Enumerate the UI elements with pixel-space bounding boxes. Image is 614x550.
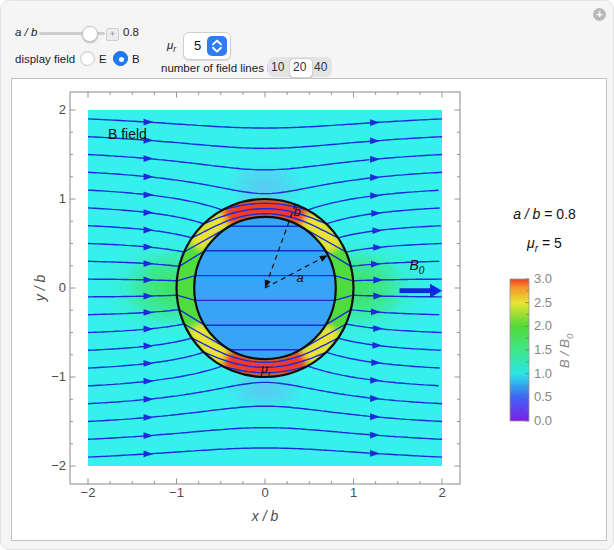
option-20[interactable]: 20 <box>293 60 306 74</box>
radio-b[interactable] <box>113 51 128 66</box>
legend-mur: μr = 5 <box>482 235 607 254</box>
option-40[interactable]: 40 <box>314 60 327 74</box>
field-lines-setter: 10 20 40 <box>268 57 332 77</box>
colorbar-tick: 2.5 <box>534 295 568 310</box>
colorbar-tick: 3.0 <box>534 271 568 286</box>
mur-value: 5 <box>194 38 201 53</box>
x-tick: 1 <box>336 485 372 500</box>
ab-expand-button[interactable]: + <box>106 28 119 41</box>
y-tick: 0 <box>32 280 66 295</box>
legend-ab: a / b = 0.8 <box>482 206 607 222</box>
colorbar-axis-label: B / B0 <box>557 321 575 381</box>
plot-panel: B field B0 b a μr x / b y / b −2 −1 0 1 … <box>11 78 607 541</box>
x-tick: 2 <box>424 485 460 500</box>
plus-icon[interactable]: + <box>593 8 606 21</box>
mu-shell-label: μr <box>254 361 278 379</box>
demonstration-widget: a / b + 0.8 display field E B μr 5 numbe… <box>0 0 614 550</box>
radio-e[interactable] <box>80 51 95 66</box>
y-tick: −2 <box>32 458 66 473</box>
mur-stepper[interactable]: 5 <box>183 32 231 60</box>
field-type-label: B field <box>108 126 188 142</box>
y-tick: −1 <box>32 369 66 384</box>
y-tick: 1 <box>32 191 66 206</box>
x-tick: −2 <box>70 485 106 500</box>
colorbar-tick: 0.0 <box>534 413 568 428</box>
y-tick: 2 <box>32 102 66 117</box>
radio-b-label: B <box>132 53 140 65</box>
x-tick: −1 <box>159 485 195 500</box>
x-tick: 0 <box>247 485 283 500</box>
a-radius-label: a <box>292 270 308 285</box>
ab-value: 0.8 <box>123 26 139 38</box>
colorbar-tick: 0.5 <box>534 389 568 404</box>
slider-label: a / b <box>15 26 37 38</box>
chevron-up-down-icon[interactable] <box>207 36 227 56</box>
display-field-label: display field <box>15 53 75 65</box>
radio-e-label: E <box>99 53 107 65</box>
mur-label: μr <box>167 39 176 54</box>
x-axis-label: x / b <box>225 508 305 524</box>
ab-slider-thumb[interactable] <box>82 26 98 42</box>
b-radius-label: b <box>289 204 305 219</box>
streamplot-svg <box>12 79 606 540</box>
option-10[interactable]: 10 <box>271 60 284 74</box>
field-lines-label: number of field lines Nf <box>161 62 278 77</box>
b0-label: B0 <box>397 257 437 276</box>
